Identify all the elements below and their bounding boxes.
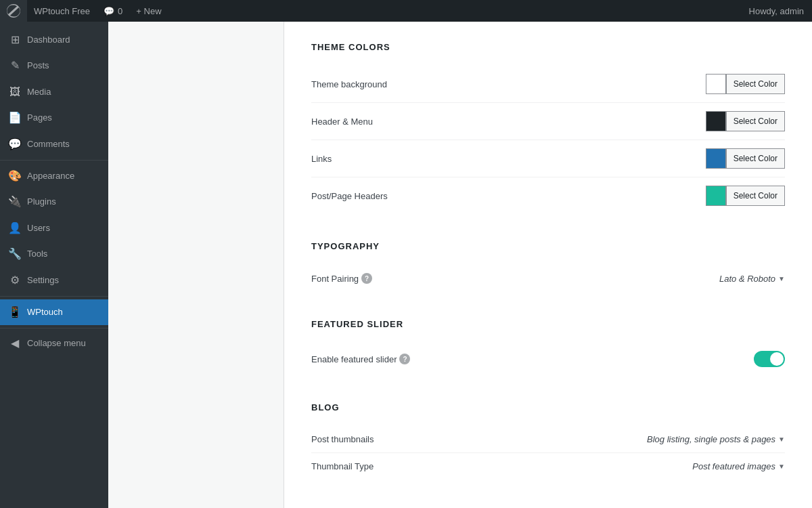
post-page-headers-swatch <box>706 186 726 206</box>
sidebar-item-settings[interactable]: ⚙ Settings <box>0 268 108 293</box>
sidebar-item-plugins[interactable]: 🔌 Plugins <box>0 189 108 215</box>
post-thumbnails-value: Blog listing, single posts & pages <box>647 434 775 444</box>
sidebar-separator-2 <box>0 296 108 297</box>
sidebar-item-dashboard[interactable]: ⊞ Dashboard <box>0 27 108 53</box>
new-label: + New <box>136 6 161 16</box>
post-thumbnails-select[interactable]: Blog listing, single posts & pages ▼ <box>647 434 785 444</box>
sidebar-item-comments[interactable]: 💬 Comments <box>0 131 108 157</box>
howdy-label: Howdy, admin <box>749 6 804 16</box>
collapse-menu[interactable]: ◀ Collapse menu <box>0 331 108 355</box>
post-thumbnails-row: Post thumbnails Blog listing, single pos… <box>311 426 785 453</box>
enable-featured-slider-label: Enable featured slider <box>311 354 397 364</box>
users-icon: 👤 <box>8 221 22 236</box>
wptouch-icon: 📱 <box>8 305 22 320</box>
thumbnail-type-value: Post featured images <box>692 461 775 471</box>
header-menu-label: Header & Menu <box>311 117 373 127</box>
post-page-headers-btn[interactable]: Select Color <box>726 186 785 206</box>
thumbnail-type-label: Thumbnail Type <box>311 461 374 471</box>
links-btn[interactable]: Select Color <box>726 148 785 169</box>
theme-background-control: Select Color <box>706 74 785 94</box>
links-row: Links Select Color <box>311 140 785 177</box>
featured-slider-section: FEATURED SLIDER Enable featured slider ? <box>311 319 785 375</box>
site-name-link[interactable]: WPtouch Free <box>27 0 97 22</box>
tools-icon: 🔧 <box>8 247 22 261</box>
appearance-icon: 🎨 <box>8 169 22 184</box>
header-menu-row: Header & Menu Select Color <box>311 103 785 140</box>
dashboard-icon: ⊞ <box>8 33 22 47</box>
wp-logo-link[interactable] <box>0 0 27 22</box>
theme-background-btn[interactable]: Select Color <box>726 74 785 94</box>
font-pairing-label: Font Pairing <box>311 274 359 284</box>
content-wrapper: THEME COLORS Theme background Select Col… <box>108 22 812 508</box>
enable-featured-slider-help-icon[interactable]: ? <box>399 354 410 364</box>
blog-section: BLOG Post thumbnails Blog listing, singl… <box>311 402 785 480</box>
top-bar-left: WPtouch Free 💬 0 + New <box>0 0 168 22</box>
font-pairing-help-icon[interactable]: ? <box>361 273 372 284</box>
new-link[interactable]: + New <box>129 0 168 22</box>
font-pairing-label-group: Font Pairing ? <box>311 273 372 284</box>
toggle-track <box>754 351 785 367</box>
preview-panel <box>108 22 284 508</box>
sidebar-item-appearance[interactable]: 🎨 Appearance <box>0 163 108 189</box>
sidebar-item-label: Pages <box>27 112 100 124</box>
comments-link[interactable]: 💬 0 <box>97 0 129 22</box>
theme-background-label: Theme background <box>311 79 387 89</box>
thumbnail-type-row: Thumbnail Type Post featured images ▼ <box>311 453 785 480</box>
layout: ⊞ Dashboard ✎ Posts 🖼 Media 📄 Pages 💬 Co… <box>0 22 812 508</box>
links-label: Links <box>311 154 332 164</box>
header-menu-btn[interactable]: Select Color <box>726 111 785 131</box>
sidebar-item-posts[interactable]: ✎ Posts <box>0 53 108 79</box>
sidebar-item-label: WPtouch <box>27 306 100 318</box>
sidebar-item-label: Tools <box>27 248 100 260</box>
sidebar-separator <box>0 160 108 161</box>
theme-background-swatch <box>706 74 726 94</box>
howdy-text: Howdy, admin <box>741 6 812 16</box>
font-pairing-select[interactable]: Lato & Roboto ▼ <box>719 274 785 284</box>
blog-title: BLOG <box>311 402 785 412</box>
site-name: WPtouch Free <box>34 6 90 16</box>
enable-featured-slider-row: Enable featured slider ? <box>311 343 785 375</box>
posts-icon: ✎ <box>8 58 22 73</box>
comments-count: 0 <box>118 6 122 16</box>
enable-featured-slider-toggle[interactable] <box>754 351 785 367</box>
pages-icon: 📄 <box>8 110 22 125</box>
thumbnail-type-arrow: ▼ <box>778 463 785 470</box>
toggle-knob <box>770 352 784 366</box>
header-menu-swatch <box>706 111 726 131</box>
sidebar-item-tools[interactable]: 🔧 Tools <box>0 241 108 267</box>
sidebar-item-label: Posts <box>27 60 100 72</box>
sidebar-item-media[interactable]: 🖼 Media <box>0 79 108 105</box>
collapse-icon: ◀ <box>8 337 22 350</box>
post-page-headers-row: Post/Page Headers Select Color <box>311 177 785 214</box>
post-page-headers-control: Select Color <box>706 186 785 206</box>
media-icon: 🖼 <box>8 85 22 100</box>
sidebar-item-pages[interactable]: 📄 Pages <box>0 105 108 131</box>
font-pairing-arrow: ▼ <box>778 275 785 282</box>
sidebar-item-label: Comments <box>27 138 100 150</box>
sidebar: ⊞ Dashboard ✎ Posts 🖼 Media 📄 Pages 💬 Co… <box>0 22 108 508</box>
main-content: THEME COLORS Theme background Select Col… <box>108 22 812 508</box>
typography-section: TYPOGRAPHY Font Pairing ? Lato & Roboto … <box>311 241 785 292</box>
sidebar-item-label: Appearance <box>27 170 100 182</box>
post-page-headers-label: Post/Page Headers <box>311 191 388 201</box>
font-pairing-row: Font Pairing ? Lato & Roboto ▼ <box>311 265 785 292</box>
sidebar-item-wptouch[interactable]: 📱 WPtouch <box>0 299 108 325</box>
theme-colors-title: THEME COLORS <box>311 42 785 52</box>
links-control: Select Color <box>706 148 785 169</box>
links-swatch <box>706 148 726 169</box>
sidebar-item-users[interactable]: 👤 Users <box>0 215 108 241</box>
enable-featured-slider-label-group: Enable featured slider ? <box>311 354 410 364</box>
plugins-icon: 🔌 <box>8 194 22 209</box>
settings-panel: THEME COLORS Theme background Select Col… <box>284 22 812 508</box>
sidebar-item-label: Users <box>27 222 100 234</box>
sidebar-item-label: Settings <box>27 274 100 287</box>
comments-icon: 💬 <box>8 137 22 152</box>
theme-background-row: Theme background Select Color <box>311 66 785 103</box>
post-thumbnails-arrow: ▼ <box>778 436 785 443</box>
typography-title: TYPOGRAPHY <box>311 241 785 251</box>
sidebar-item-label: Dashboard <box>27 34 100 46</box>
collapse-label: Collapse menu <box>27 338 86 348</box>
thumbnail-type-select[interactable]: Post featured images ▼ <box>692 461 785 471</box>
post-thumbnails-label: Post thumbnails <box>311 434 374 444</box>
wp-logo-icon <box>7 4 20 18</box>
